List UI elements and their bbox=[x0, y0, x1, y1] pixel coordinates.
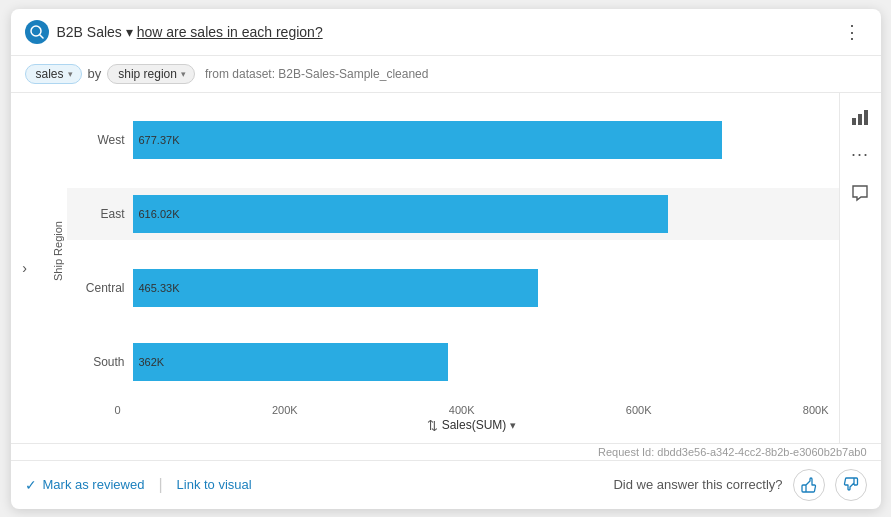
bar-row: South362K bbox=[77, 336, 829, 388]
bar-label: Central bbox=[77, 281, 125, 295]
dataset-label: from dataset: B2B-Sales-Sample_cleaned bbox=[205, 67, 428, 81]
footer: ✓ Mark as reviewed | Link to visual Did … bbox=[11, 460, 881, 509]
feedback-label: Did we answer this correctly? bbox=[613, 477, 782, 492]
bar-fill: 362K bbox=[133, 343, 448, 381]
bar-track: 362K bbox=[133, 343, 829, 381]
ship-region-pill-arrow: ▾ bbox=[181, 69, 186, 79]
bar-track: 616.02K bbox=[133, 195, 829, 233]
right-toolbar: ··· bbox=[839, 93, 881, 443]
x-tick: 200K bbox=[272, 404, 298, 416]
x-axis: 0200K400K600K800K ⇅ Sales(SUM) ▾ bbox=[49, 400, 839, 433]
sales-pill-arrow: ▾ bbox=[68, 69, 73, 79]
sales-pill[interactable]: sales ▾ bbox=[25, 64, 82, 84]
main-content: › Ship Region West677.37KEast616.02KCent… bbox=[11, 93, 881, 443]
logo-icon bbox=[25, 20, 49, 44]
x-tick: 400K bbox=[449, 404, 475, 416]
bar-value: 465.33K bbox=[139, 282, 180, 294]
thumbs-up-button[interactable] bbox=[793, 469, 825, 501]
header: B2B Sales ▾ how are sales in each region… bbox=[11, 9, 881, 56]
bars-container: West677.37KEast616.02KCentral465.33KSout… bbox=[67, 103, 839, 400]
bar-value: 362K bbox=[139, 356, 165, 368]
y-axis-label: Ship Region bbox=[49, 103, 67, 400]
x-axis-chevron-icon: ▾ bbox=[510, 419, 516, 432]
pills-row: sales ▾ by ship region ▾ from dataset: B… bbox=[11, 56, 881, 93]
header-breadcrumb[interactable]: B2B Sales ▾ how are sales in each region… bbox=[57, 24, 323, 40]
bar-label: South bbox=[77, 355, 125, 369]
bar-row: East616.02K bbox=[67, 188, 839, 240]
bar-label: West bbox=[77, 133, 125, 147]
footer-right: Did we answer this correctly? bbox=[613, 469, 866, 501]
bar-fill: 465.33K bbox=[133, 269, 538, 307]
main-card: B2B Sales ▾ how are sales in each region… bbox=[11, 9, 881, 509]
chart-inner: Ship Region West677.37KEast616.02KCentra… bbox=[49, 103, 839, 400]
svg-rect-4 bbox=[864, 110, 868, 125]
bar-fill: 616.02K bbox=[133, 195, 669, 233]
svg-line-1 bbox=[40, 35, 43, 38]
x-tick: 600K bbox=[626, 404, 652, 416]
comment-button[interactable] bbox=[844, 177, 876, 209]
header-more-button[interactable]: ⋮ bbox=[837, 19, 867, 45]
x-tick: 0 bbox=[115, 404, 121, 416]
bar-track: 677.37K bbox=[133, 121, 829, 159]
bar-value: 616.02K bbox=[139, 208, 180, 220]
svg-rect-3 bbox=[858, 114, 862, 125]
chart-view-button[interactable] bbox=[844, 101, 876, 133]
left-nav-arrow[interactable]: › bbox=[11, 93, 39, 443]
sort-icon: ⇅ bbox=[427, 418, 438, 433]
footer-left: ✓ Mark as reviewed | Link to visual bbox=[25, 476, 598, 494]
svg-rect-2 bbox=[852, 118, 856, 125]
bar-row: West677.37K bbox=[77, 114, 829, 166]
footer-divider: | bbox=[158, 476, 162, 494]
bar-value: 677.37K bbox=[139, 134, 180, 146]
chart-area: Ship Region West677.37KEast616.02KCentra… bbox=[39, 93, 839, 443]
bar-fill: 677.37K bbox=[133, 121, 723, 159]
check-icon: ✓ bbox=[25, 477, 37, 493]
ship-region-pill[interactable]: ship region ▾ bbox=[107, 64, 195, 84]
request-id: Request Id: dbdd3e56-a342-4cc2-8b2b-e306… bbox=[11, 443, 881, 460]
link-visual-button[interactable]: Link to visual bbox=[177, 477, 252, 492]
x-tick: 800K bbox=[803, 404, 829, 416]
mark-reviewed-button[interactable]: ✓ Mark as reviewed bbox=[25, 477, 145, 493]
x-ticks: 0200K400K600K800K bbox=[115, 400, 829, 416]
bar-label: East bbox=[77, 207, 125, 221]
x-axis-label[interactable]: ⇅ Sales(SUM) ▾ bbox=[115, 416, 829, 433]
bar-row: Central465.33K bbox=[77, 262, 829, 314]
thumbs-down-button[interactable] bbox=[835, 469, 867, 501]
more-options-button[interactable]: ··· bbox=[844, 139, 876, 171]
bar-track: 465.33K bbox=[133, 269, 829, 307]
